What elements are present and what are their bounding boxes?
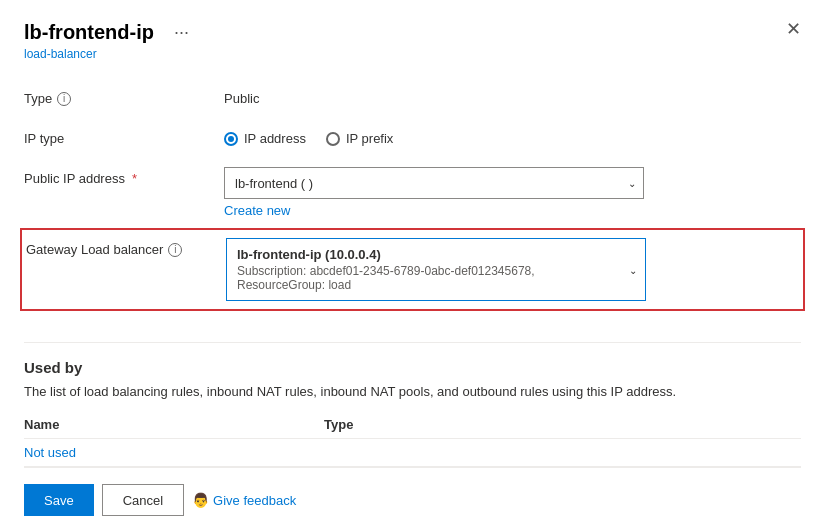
col-name-header: Name xyxy=(24,417,324,432)
ip-prefix-option[interactable]: IP prefix xyxy=(326,131,393,146)
panel: lb-frontend-ip ··· load-balancer ✕ Type … xyxy=(0,0,825,532)
public-ip-row: Public IP address * lb-frontend ( ) ⌄ Cr… xyxy=(24,157,801,228)
public-ip-value-area: lb-frontend ( ) ⌄ Create new xyxy=(224,167,801,218)
feedback-link[interactable]: 👨 Give feedback xyxy=(192,492,296,508)
gateway-value-area: lb-frontend-ip (10.0.0.4) Subscription: … xyxy=(226,238,803,301)
gateway-dropdown-title: lb-frontend-ip (10.0.0.4) xyxy=(237,247,613,262)
close-icon: ✕ xyxy=(786,19,801,39)
public-ip-dropdown-value: lb-frontend ( ) xyxy=(235,176,313,191)
public-ip-label: Public IP address * xyxy=(24,167,224,186)
ip-type-label: IP type xyxy=(24,127,224,146)
gateway-chevron-icon: ⌄ xyxy=(629,264,637,275)
public-ip-dropdown[interactable]: lb-frontend ( ) xyxy=(224,167,644,199)
ip-type-row: IP type IP address IP prefix xyxy=(24,117,801,157)
ip-address-radio[interactable] xyxy=(224,132,238,146)
feedback-icon: 👨 xyxy=(192,492,209,508)
gateway-dropdown-wrapper: lb-frontend-ip (10.0.0.4) Subscription: … xyxy=(226,238,646,301)
type-value-area: Public xyxy=(224,87,801,106)
table-header: Name Type xyxy=(24,411,801,439)
gateway-dropdown-sub: Subscription: abcdef01-2345-6789-0abc-de… xyxy=(237,264,613,292)
feedback-label: Give feedback xyxy=(213,493,296,508)
gateway-load-balancer-row: Gateway Load balancer i lb-frontend-ip (… xyxy=(20,228,805,311)
form-section: Type i Public IP type IP address xyxy=(24,77,801,334)
gateway-dropdown[interactable]: lb-frontend-ip (10.0.0.4) Subscription: … xyxy=(227,239,645,300)
public-ip-dropdown-wrapper: lb-frontend ( ) ⌄ xyxy=(224,167,644,199)
close-button[interactable]: ✕ xyxy=(786,20,801,38)
ip-type-value-area: IP address IP prefix xyxy=(224,127,801,146)
footer-actions: Save Cancel 👨 Give feedback xyxy=(24,467,801,532)
gateway-label: Gateway Load balancer i xyxy=(26,238,226,257)
ip-address-label: IP address xyxy=(244,131,306,146)
ip-type-radio-group: IP address IP prefix xyxy=(224,127,801,146)
panel-subtitle[interactable]: load-balancer xyxy=(24,47,193,61)
ip-address-option[interactable]: IP address xyxy=(224,131,306,146)
panel-header: lb-frontend-ip ··· load-balancer ✕ xyxy=(24,20,801,61)
panel-title-area: lb-frontend-ip ··· load-balancer xyxy=(24,20,193,61)
public-ip-chevron-icon: ⌄ xyxy=(628,178,636,189)
used-by-section: Used by The list of load balancing rules… xyxy=(24,359,801,467)
ip-prefix-radio[interactable] xyxy=(326,132,340,146)
ip-prefix-label: IP prefix xyxy=(346,131,393,146)
section-divider xyxy=(24,342,801,343)
used-by-title: Used by xyxy=(24,359,801,376)
type-info-icon[interactable]: i xyxy=(57,92,71,106)
required-indicator: * xyxy=(132,171,137,186)
not-used-cell: Not used xyxy=(24,445,324,460)
gateway-info-icon[interactable]: i xyxy=(168,243,182,257)
type-row: Type i Public xyxy=(24,77,801,117)
title-row: lb-frontend-ip ··· xyxy=(24,20,193,45)
save-button[interactable]: Save xyxy=(24,484,94,516)
type-label: Type i xyxy=(24,87,224,106)
used-by-description: The list of load balancing rules, inboun… xyxy=(24,384,801,399)
panel-title: lb-frontend-ip xyxy=(24,21,154,44)
ellipsis-button[interactable]: ··· xyxy=(170,20,193,45)
type-value: Public xyxy=(224,87,801,106)
create-new-link[interactable]: Create new xyxy=(224,203,801,218)
col-type-header: Type xyxy=(324,417,353,432)
cancel-button[interactable]: Cancel xyxy=(102,484,184,516)
table-row: Not used xyxy=(24,439,801,467)
